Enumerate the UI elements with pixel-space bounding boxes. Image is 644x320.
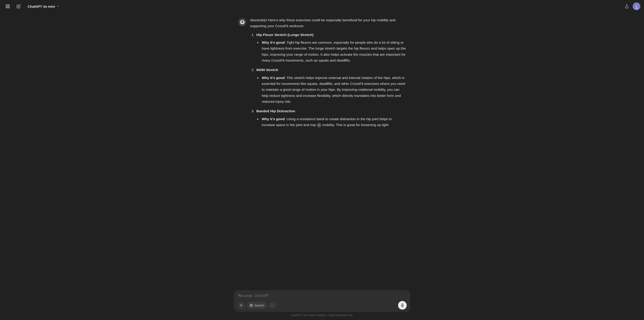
model-name: ChatGPT 4o mini [28,4,55,8]
more-icon: ··· [270,304,274,307]
avatar[interactable] [633,2,640,10]
svg-point-8 [242,21,243,23]
list-item: 90/90 Stretch Why it's good: This stretc… [256,67,406,105]
scroll-down-icon [317,123,321,127]
footer-disclaimer: ChatGPT can make mistakes. Check importa… [291,314,353,317]
add-attachment-button[interactable]: + [237,302,245,309]
svg-point-6 [636,5,638,7]
input-area: + Search ··· [0,288,644,320]
more-options-button[interactable]: ··· [268,302,276,309]
item-2-bullets: Why it's good: This stretch helps improv… [256,75,406,105]
assistant-icon [238,18,246,26]
item-2-title: 90/90 Stretch [256,68,278,72]
search-label: Search [254,304,264,307]
message-container: Absolutely! Here's why these exercises c… [234,17,410,132]
exercise-list: Hip Flexor Stretch (Lunge Stretch) Why i… [250,32,406,128]
svg-rect-2 [6,7,8,8]
bullet-item: Why it's good: This stretch helps improv… [261,75,406,105]
item-1-title: Hip Flexor Stretch (Lunge Stretch) [256,33,314,37]
main-content: Absolutely! Here's why these exercises c… [0,13,644,288]
header-left: ChatGPT 4o mini [4,2,62,10]
list-item: Banded Hip Distraction Why it's good: Us… [256,108,406,128]
input-box[interactable]: + Search ··· [234,290,410,312]
svg-rect-3 [8,7,10,8]
model-selector-button[interactable]: ChatGPT 4o mini [25,3,62,10]
bullet-item: Why it's good: Using a resistance band t… [261,116,406,128]
voice-input-button[interactable] [398,301,407,310]
toolbar-left: + Search ··· [237,302,276,309]
bullet-2-text: : This stretch helps improve external an… [262,76,405,103]
disclaimer-text: ChatGPT can make mistakes. Check importa… [291,314,353,317]
message-body: Absolutely! Here's why these exercises c… [250,17,406,132]
message-input[interactable] [237,293,407,300]
list-item: Hip Flexor Stretch (Lunge Stretch) Why i… [256,32,406,64]
item-3-bullets: Why it's good: Using a resistance band t… [256,116,406,128]
bullet-1-label: Why it's good [262,40,285,44]
assistant-message: Absolutely! Here's why these exercises c… [238,17,406,132]
svg-rect-1 [8,5,10,6]
bullet-3-label: Why it's good [262,117,285,121]
globe-icon [249,303,253,307]
partial-text: mobility. This is great for loosening up… [322,123,388,127]
header-right [623,2,640,10]
bullet-2-label: Why it's good [262,76,285,80]
search-button[interactable]: Search [246,302,267,309]
bullet-item: Why it's good: Tight hip flexors are com… [261,40,406,63]
input-toolbar: + Search ··· [237,301,407,310]
item-3-title: Banded Hip Distraction [256,109,295,113]
header: ChatGPT 4o mini [0,0,644,13]
svg-rect-0 [6,5,8,6]
intro-text: Absolutely! Here's why these exercises c… [250,17,406,29]
new-chat-button[interactable] [4,2,12,10]
item-1-bullets: Why it's good: Tight hip flexors are com… [256,40,406,63]
plus-icon: + [240,303,242,308]
svg-rect-11 [402,304,403,306]
edit-button[interactable] [14,2,23,10]
share-button[interactable] [623,2,631,10]
